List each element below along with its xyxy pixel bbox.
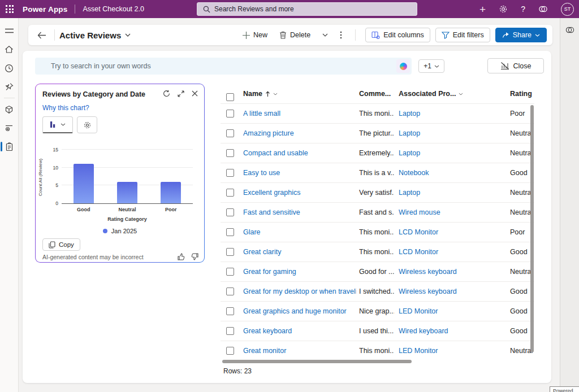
- associated-product-link[interactable]: Notebook: [399, 163, 506, 183]
- thumbs-down-icon[interactable]: [191, 253, 198, 260]
- row-checkbox[interactable]: [226, 169, 234, 177]
- why-this-chart-link[interactable]: Why this chart?: [42, 104, 89, 112]
- row-checkbox[interactable]: [226, 149, 234, 157]
- close-icon[interactable]: [192, 90, 198, 97]
- table-row[interactable]: Great for gaming Good for ... Wireless k…: [221, 262, 534, 282]
- associated-product-link[interactable]: Laptop: [399, 104, 506, 124]
- table-horizontal-scrollbar[interactable]: [222, 360, 412, 363]
- nav-home[interactable]: [0, 40, 19, 59]
- chart-type-dropdown[interactable]: [42, 116, 73, 133]
- copy-chart-button[interactable]: Copy: [42, 238, 80, 251]
- associated-product-link[interactable]: Laptop: [399, 124, 506, 143]
- more-commands-kebab-icon[interactable]: [336, 29, 345, 41]
- associated-product-link[interactable]: Laptop: [399, 183, 506, 203]
- bar-poor[interactable]: [161, 182, 181, 203]
- row-checkbox[interactable]: [226, 347, 234, 355]
- row-checkbox[interactable]: [226, 208, 234, 216]
- table-row[interactable]: Great monitor This moni... LED Monitor N…: [221, 341, 534, 359]
- share-button[interactable]: Share: [495, 28, 547, 42]
- table-row[interactable]: A little small This moni... Laptop Poor: [221, 104, 534, 124]
- review-name-link[interactable]: Great clarity: [243, 242, 356, 262]
- nav-assets[interactable]: [0, 100, 19, 119]
- nav-recent[interactable]: [0, 59, 19, 77]
- nav-pinned[interactable]: [0, 77, 19, 96]
- review-name-link[interactable]: Fast and sensitive: [243, 203, 356, 223]
- associated-product-link[interactable]: LCD Monitor: [399, 242, 506, 262]
- associated-product-link[interactable]: Wireless keyboard: [399, 282, 506, 302]
- review-name-link[interactable]: Excellent graphics: [243, 183, 356, 203]
- edit-filters-button[interactable]: Edit filters: [435, 28, 490, 42]
- table-row[interactable]: Compact and usable Extremely... Laptop N…: [221, 143, 534, 163]
- review-name-link[interactable]: Great for my desktop or when traveling: [243, 282, 356, 302]
- table-vertical-scrollbar[interactable]: [530, 105, 534, 352]
- row-checkbox[interactable]: [226, 129, 234, 137]
- review-name-link[interactable]: Great keyboard: [243, 321, 356, 341]
- associated-product-link[interactable]: Laptop: [399, 143, 506, 163]
- bar-good[interactable]: [74, 164, 94, 203]
- review-name-link[interactable]: Great for gaming: [243, 262, 356, 282]
- table-row[interactable]: Great clarity This moni... LCD Monitor G…: [221, 242, 534, 262]
- review-name-link[interactable]: Glare: [243, 223, 356, 242]
- delete-split-chevron[interactable]: [319, 31, 331, 39]
- review-name-link[interactable]: Great monitor: [243, 341, 356, 359]
- thumbs-up-icon[interactable]: [178, 253, 185, 260]
- refresh-icon[interactable]: [163, 90, 170, 97]
- more-suggestions-badge-button[interactable]: +1: [418, 59, 444, 73]
- chart-settings-button[interactable]: [77, 116, 97, 133]
- global-search-input[interactable]: Search Reviews and more: [197, 2, 417, 16]
- associated-product-link[interactable]: LCD Monitor: [399, 223, 506, 242]
- new-button[interactable]: New: [239, 29, 271, 41]
- nav-reviews-active[interactable]: [0, 137, 19, 156]
- column-header-comments[interactable]: Comme...: [359, 84, 394, 104]
- review-name-link[interactable]: Easy to use: [243, 163, 356, 183]
- table-row[interactable]: Fast and sensitive Fast and s... Wired m…: [221, 203, 534, 223]
- row-checkbox[interactable]: [226, 248, 234, 256]
- column-header-product[interactable]: Associated Pro...: [399, 84, 506, 104]
- associated-product-link[interactable]: Wired mouse: [399, 203, 506, 223]
- app-launcher-waffle-icon[interactable]: [0, 0, 19, 18]
- table-row[interactable]: Great graphics and huge monitor Nice gra…: [221, 302, 534, 321]
- table-row[interactable]: Excellent graphics Very satisf... Laptop…: [221, 183, 534, 203]
- column-header-name[interactable]: Name: [243, 84, 356, 104]
- review-name-link[interactable]: Great graphics and huge monitor: [243, 302, 356, 321]
- review-name-link[interactable]: Compact and usable: [243, 143, 356, 163]
- app-name[interactable]: Asset Checkout 2.0: [75, 5, 144, 14]
- copilot-topbar-icon[interactable]: [538, 5, 548, 14]
- chart-legend[interactable]: Jan 2025: [36, 228, 204, 234]
- back-button[interactable]: [34, 29, 50, 41]
- row-checkbox[interactable]: [226, 327, 234, 335]
- user-avatar[interactable]: ST: [561, 3, 574, 16]
- table-row[interactable]: Great for my desktop or when traveling I…: [221, 282, 534, 302]
- column-header-rating[interactable]: Rating Ca: [510, 84, 534, 104]
- row-checkbox[interactable]: [226, 110, 234, 117]
- table-row[interactable]: Great keyboard I used thi... Wired keybo…: [221, 321, 534, 341]
- copilot-pane-icon[interactable]: [565, 25, 575, 34]
- nav-checkouts[interactable]: [0, 119, 19, 137]
- help-icon[interactable]: ?: [521, 5, 525, 14]
- view-selector[interactable]: Active Reviews: [59, 31, 131, 40]
- quick-create-plus-icon[interactable]: +: [479, 4, 486, 15]
- associated-product-link[interactable]: LED Monitor: [399, 341, 506, 359]
- associated-product-link[interactable]: LED Monitor: [399, 302, 506, 321]
- row-checkbox[interactable]: [226, 288, 234, 295]
- row-checkbox[interactable]: [226, 228, 234, 236]
- review-name-link[interactable]: A little small: [243, 104, 356, 124]
- row-checkbox[interactable]: [226, 189, 234, 197]
- associated-product-link[interactable]: Wired keyboard: [399, 321, 506, 341]
- table-row[interactable]: Glare This moni... LCD Monitor Poor: [221, 223, 534, 242]
- settings-gear-icon[interactable]: [499, 5, 508, 14]
- natural-language-search-input[interactable]: Try to search in your own words: [35, 58, 412, 75]
- edit-columns-button[interactable]: Edit columns: [365, 28, 430, 42]
- copilot-spark-button[interactable]: [396, 59, 410, 73]
- delete-button[interactable]: Delete: [276, 29, 314, 41]
- row-checkbox[interactable]: [226, 307, 234, 315]
- brand-logo-text[interactable]: Power Apps: [23, 5, 68, 14]
- select-all-checkbox[interactable]: [226, 93, 234, 101]
- nav-menu-toggle[interactable]: [0, 21, 19, 40]
- table-row[interactable]: Easy to use This is a v... Notebook Good: [221, 163, 534, 183]
- associated-product-link[interactable]: Wireless keyboard: [399, 262, 506, 282]
- expand-icon[interactable]: [178, 90, 184, 97]
- row-checkbox[interactable]: [226, 268, 234, 276]
- review-name-link[interactable]: Amazing picture: [243, 124, 356, 143]
- table-row[interactable]: Amazing picture The pictur... Laptop Neu…: [221, 124, 534, 143]
